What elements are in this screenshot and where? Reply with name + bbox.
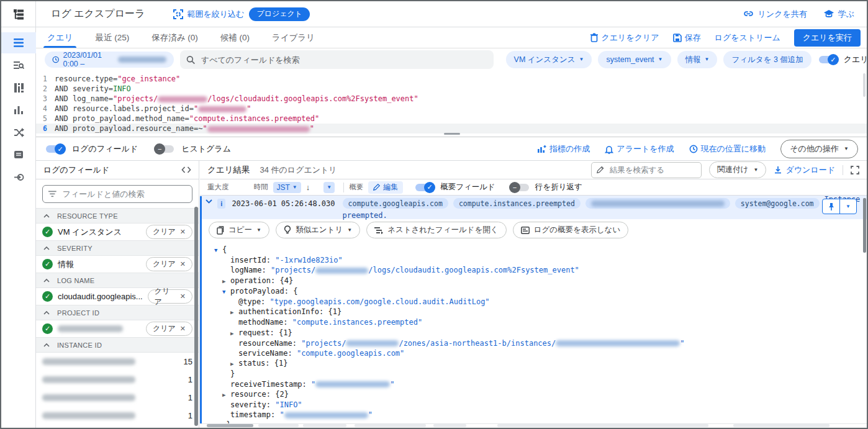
project-scope-badge[interactable]: プロジェクト (249, 7, 310, 21)
field-section-header[interactable]: PROJECT ID (36, 305, 199, 320)
expand-nested-fields-button[interactable]: ネストされたフィールドを開く (366, 222, 507, 238)
nav-log-based-metrics[interactable] (1, 99, 36, 120)
query-line[interactable]: 6AND proto_payload.resource_name=~"" (36, 124, 867, 133)
summary-chip: compute.instances.preempted (453, 198, 581, 209)
nav-log-analytics[interactable] (1, 55, 36, 76)
summary-fields-toggle[interactable]: ✓ (414, 183, 435, 192)
tab-最近 (25)[interactable]: 最近 (25) (84, 27, 140, 48)
field-search-input[interactable] (61, 189, 186, 199)
field-filter-item[interactable]: ✓VM インスタンスクリア✕ (36, 224, 199, 240)
query-line-text: AND proto_payload.resource_name=~"" (55, 124, 314, 133)
clear-filter-button[interactable]: クリア✕ (148, 289, 192, 304)
correlate-button[interactable]: 関連付け▼ (709, 161, 766, 178)
field-search-box[interactable] (42, 185, 192, 203)
add-filters-pill[interactable]: フィルタを 3 個追加 (723, 51, 811, 68)
results-scrollbar[interactable] (863, 198, 866, 253)
field-filter-item[interactable]: ✓情報クリア✕ (36, 256, 199, 273)
collapse-panel-icon[interactable] (181, 166, 191, 173)
field-value-row[interactable]: 1 (36, 407, 199, 425)
field-value-row[interactable]: 1 (36, 425, 199, 428)
query-line[interactable]: 2AND severity=INFO (36, 84, 867, 94)
check-circle-icon: ✓ (42, 291, 53, 302)
clear-filter-button[interactable]: クリア✕ (146, 257, 192, 271)
expand-node-icon[interactable]: ▶ (230, 307, 238, 317)
search-results-input[interactable] (608, 165, 697, 175)
stream-logs-button[interactable]: ログをストリーム (715, 32, 780, 43)
download-button[interactable]: ダウンロード (774, 165, 835, 176)
expand-node-icon[interactable]: ▶ (230, 359, 238, 369)
run-query-button[interactable]: クエリを実行 (794, 29, 861, 47)
field-item-label: cloudaudit.googleapis... (58, 292, 143, 301)
expand-node-icon[interactable]: ▶ (230, 328, 238, 338)
refine-scope-button[interactable]: 範囲を絞り込む (173, 9, 244, 20)
field-value-row[interactable]: 1 (36, 389, 199, 407)
search-all-fields[interactable] (180, 50, 494, 69)
logname-filter-pill[interactable]: system_event▼ (598, 51, 671, 68)
editor-resize-handle[interactable] (444, 133, 460, 135)
histogram-toggle[interactable]: − (154, 145, 175, 153)
create-alert-button[interactable]: アラートを作成 (605, 143, 674, 155)
query-line[interactable]: 4AND resource.labels.project_id="" (36, 104, 867, 114)
collapse-node-icon[interactable]: ▼ (222, 287, 230, 297)
nav-log-sink[interactable] (1, 166, 36, 187)
time-range-selector[interactable]: 2023/01/01 0:00 – (45, 52, 174, 68)
results-horizontal-scrollbar[interactable] (200, 423, 867, 428)
jump-to-now-button[interactable]: 現在の位置に移動 (689, 143, 766, 155)
expand-node-icon[interactable]: ▶ (222, 276, 230, 286)
tab-ライブラリ[interactable]: ライブラリ (261, 27, 326, 48)
time-options-dropdown[interactable]: ▼ (323, 182, 335, 193)
tab-保存済み (0)[interactable]: 保存済み (0) (140, 27, 209, 48)
sort-direction-icon[interactable]: ↓ (306, 183, 310, 192)
expand-node-icon[interactable]: ▶ (222, 390, 230, 400)
log-fields-toggle[interactable]: ✓ (45, 145, 66, 153)
severity-filter-pill[interactable]: 情報▼ (677, 51, 718, 68)
tab-クエリ[interactable]: クエリ (36, 27, 84, 48)
clear-filter-button[interactable]: クリア✕ (146, 322, 192, 336)
similar-entries-button[interactable]: 類似エントリ▼ (276, 222, 360, 238)
timezone-selector[interactable]: JST▼ (273, 182, 301, 193)
search-all-fields-input[interactable] (200, 55, 487, 65)
collapse-entry-icon[interactable] (206, 199, 212, 219)
field-value-row[interactable]: 15 (36, 353, 199, 371)
edit-summary-button[interactable]: 編集 (368, 181, 403, 194)
nav-logs-dashboard[interactable] (1, 77, 36, 98)
json-line: } (206, 369, 867, 379)
pin-entry-button[interactable] (823, 199, 839, 214)
fullscreen-icon[interactable] (851, 166, 859, 174)
show-query-toggle[interactable]: ✓ (818, 55, 839, 64)
query-line[interactable]: 1resource.type="gce_instance" (36, 74, 867, 84)
share-link-button[interactable]: リンクを共有 (743, 9, 807, 20)
field-filter-item[interactable]: ✓cloudaudit.googleapis...クリア✕ (36, 288, 199, 305)
nav-log-storage[interactable] (1, 144, 36, 165)
field-filter-item[interactable]: ✓クリア✕ (36, 320, 199, 337)
log-entry-row[interactable]: i 2023-06-01 05:26:48.030 compute.google… (200, 196, 867, 219)
search-results-box[interactable] (591, 162, 702, 178)
nav-log-router[interactable] (1, 122, 36, 143)
json-line: logName: "projects//logs/cloudaudit.goog… (206, 265, 867, 275)
editor-scrollbar[interactable] (863, 73, 866, 97)
wrap-lines-toggle[interactable]: − (509, 183, 530, 192)
query-line[interactable]: 3AND log_name="projects//logs/cloudaudit… (36, 94, 867, 104)
field-section-header[interactable]: INSTANCE ID (36, 337, 199, 353)
field-section-header[interactable]: RESOURCE TYPE (36, 208, 199, 224)
hide-log-summary-button[interactable]: ログの概要を表示しない (513, 222, 629, 238)
clear-query-button[interactable]: クエリをクリア (590, 32, 659, 43)
tab-候補 (0)[interactable]: 候補 (0) (209, 27, 261, 48)
field-section-header[interactable]: SEVERITY (36, 240, 199, 256)
pin-options-dropdown[interactable]: ▼ (839, 199, 856, 214)
field-value-row[interactable]: 1 (36, 371, 199, 389)
learn-button[interactable]: 学ぶ (823, 9, 854, 20)
more-actions-button[interactable]: その他の操作▼ (780, 140, 858, 158)
json-line: insertId: "-1xrw1de823io" (206, 255, 867, 265)
query-line[interactable]: 5AND proto_payload.method_name="compute.… (36, 114, 867, 124)
query-editor[interactable]: 1resource.type="gce_instance"2AND severi… (36, 71, 867, 137)
line-number: 3 (36, 94, 55, 104)
fields-panel-scrollbar[interactable] (194, 207, 198, 426)
create-metric-button[interactable]: 指標の作成 (537, 143, 590, 155)
nav-logs-explorer[interactable] (1, 32, 36, 53)
resource-filter-pill[interactable]: VM インスタンス▼ (506, 51, 592, 68)
clear-filter-button[interactable]: クリア✕ (146, 225, 192, 239)
copy-button[interactable]: コピー▼ (209, 222, 269, 238)
collapse-node-icon[interactable]: ▼ (214, 245, 222, 255)
save-query-button[interactable]: 保存 (673, 32, 701, 43)
